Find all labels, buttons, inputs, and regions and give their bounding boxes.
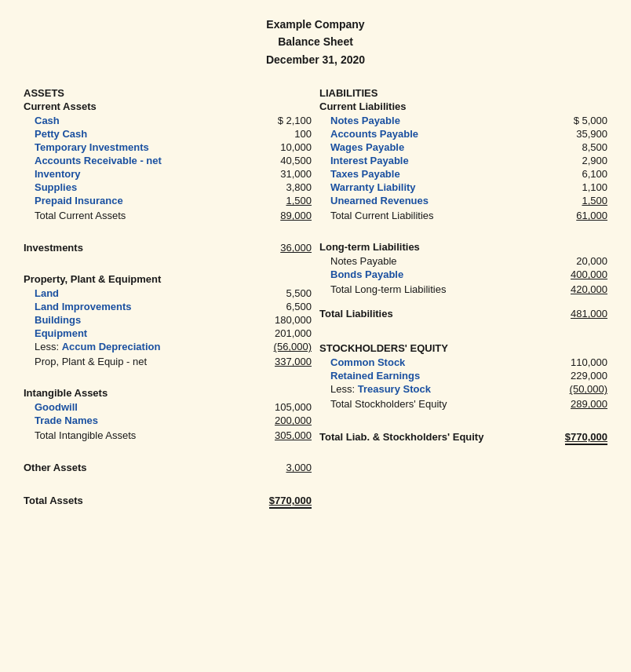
notes-payable-current-label: Notes Payable bbox=[319, 115, 553, 126]
bonds-payable-amount: 400,000 bbox=[553, 268, 607, 280]
other-assets-row: Other Assets 3,000 bbox=[24, 461, 312, 474]
notes-payable-lt-amount: 20,000 bbox=[553, 255, 607, 267]
ar-row: Accounts Receivable - net 40,500 bbox=[24, 154, 312, 167]
wages-payable-row: Wages Payable 8,500 bbox=[319, 141, 607, 154]
investments-label: Investments bbox=[24, 242, 257, 254]
unearned-revenues-label: Unearned Revenues bbox=[319, 195, 553, 206]
warranty-liability-row: Warranty Liability 1,100 bbox=[319, 181, 607, 194]
total-current-liabilities-label: Total Current Liabilities bbox=[319, 210, 553, 221]
accounts-payable-amount: 35,900 bbox=[553, 128, 607, 140]
accum-dep-amount: (56,000) bbox=[257, 341, 312, 352]
total-longterm-row: Total Long-term Liabilities 420,000 bbox=[319, 283, 607, 296]
goodwill-amount: 105,000 bbox=[257, 401, 312, 413]
total-equity-amount: 289,000 bbox=[553, 398, 607, 410]
treasury-stock-label: Less: Treasury Stock bbox=[319, 383, 553, 395]
other-assets-amount: 3,000 bbox=[257, 462, 312, 473]
trade-names-amount: 200,000 bbox=[257, 415, 312, 426]
total-liab-equity-amount: $770,000 bbox=[565, 431, 607, 445]
equipment-row: Equipment 201,000 bbox=[24, 327, 312, 340]
total-intangible-amount: 305,000 bbox=[257, 429, 312, 441]
total-longterm-amount: 420,000 bbox=[553, 283, 607, 295]
taxes-payable-label: Taxes Payable bbox=[319, 168, 553, 180]
trade-names-label: Trade Names bbox=[24, 415, 257, 426]
equipment-label: Equipment bbox=[24, 327, 257, 339]
warranty-liability-label: Warranty Liability bbox=[319, 181, 553, 193]
unearned-revenues-amount: 1,500 bbox=[553, 195, 607, 206]
main-content: ASSETS Current Assets Cash $ 2,100 Petty… bbox=[24, 87, 607, 509]
treasury-stock-row: Less: Treasury Stock (50,000) bbox=[319, 382, 607, 396]
report-date: December 31, 2020 bbox=[24, 51, 607, 68]
assets-column: ASSETS Current Assets Cash $ 2,100 Petty… bbox=[24, 87, 312, 509]
intangible-header: Intangible Assets bbox=[24, 387, 312, 399]
prepaid-insurance-row: Prepaid Insurance 1,500 bbox=[24, 194, 312, 207]
ppe-net-label: Prop, Plant & Equip - net bbox=[24, 356, 257, 367]
bonds-payable-label: Bonds Payable bbox=[319, 268, 553, 280]
total-intangible-label: Total Intangible Assets bbox=[24, 429, 257, 441]
accounts-payable-row: Accounts Payable 35,900 bbox=[319, 127, 607, 141]
warranty-liability-amount: 1,100 bbox=[553, 181, 607, 193]
goodwill-row: Goodwill 105,000 bbox=[24, 400, 312, 414]
notes-payable-lt-label: Notes Payable bbox=[319, 255, 553, 267]
prepaid-insurance-amount: 1,500 bbox=[257, 195, 312, 206]
petty-cash-amount: 100 bbox=[257, 128, 312, 140]
current-assets-header: Current Assets bbox=[24, 100, 312, 112]
retained-earnings-row: Retained Earnings 229,000 bbox=[319, 369, 607, 382]
other-assets-label: Other Assets bbox=[24, 462, 257, 473]
total-current-assets-amount: 89,000 bbox=[257, 210, 312, 221]
land-row: Land 5,500 bbox=[24, 287, 312, 300]
taxes-payable-amount: 6,100 bbox=[553, 168, 607, 180]
report-title: Balance Sheet bbox=[24, 33, 607, 50]
equipment-amount: 201,000 bbox=[257, 327, 312, 339]
land-improvements-amount: 6,500 bbox=[257, 301, 312, 312]
investments-amount: 36,000 bbox=[257, 242, 312, 254]
total-intangible-row: Total Intangible Assets 305,000 bbox=[24, 429, 312, 442]
accounts-payable-label: Accounts Payable bbox=[319, 128, 553, 140]
total-current-liabilities-row: Total Current Liabilities 61,000 bbox=[319, 209, 607, 222]
buildings-row: Buildings 180,000 bbox=[24, 313, 312, 327]
total-current-liabilities-amount: 61,000 bbox=[553, 210, 607, 221]
temp-investments-label: Temporary Investments bbox=[24, 141, 257, 153]
equity-header: STOCKHOLDERS' EQUITY bbox=[319, 342, 607, 354]
petty-cash-label: Petty Cash bbox=[24, 128, 257, 140]
treasury-stock-blue: Treasury Stock bbox=[358, 383, 431, 395]
total-liab-equity-row: Total Liab. & Stockholders' Equity $770,… bbox=[319, 429, 607, 445]
total-assets-amount: $770,000 bbox=[269, 495, 312, 509]
total-assets-label: Total Assets bbox=[24, 495, 83, 509]
cash-row: Cash $ 2,100 bbox=[24, 114, 312, 127]
supplies-row: Supplies 3,800 bbox=[24, 181, 312, 194]
total-current-assets-label: Total Current Assets bbox=[24, 210, 257, 221]
inventory-row: Inventory 31,000 bbox=[24, 167, 312, 181]
temp-investments-row: Temporary Investments 10,000 bbox=[24, 141, 312, 154]
interest-payable-row: Interest Payable 2,900 bbox=[319, 154, 607, 167]
ppe-net-amount: 337,000 bbox=[257, 356, 312, 367]
notes-payable-current-row: Notes Payable $ 5,000 bbox=[319, 114, 607, 127]
buildings-amount: 180,000 bbox=[257, 314, 312, 326]
total-assets-row: Total Assets $770,000 bbox=[24, 493, 312, 509]
total-equity-row: Total Stockholders' Equity 289,000 bbox=[319, 397, 607, 411]
temp-investments-amount: 10,000 bbox=[257, 141, 312, 153]
retained-earnings-label: Retained Earnings bbox=[319, 370, 553, 382]
accum-dep-label: Less: Accum Depreciation bbox=[24, 341, 257, 352]
longterm-header: Long-term Liabilities bbox=[319, 241, 607, 253]
goodwill-label: Goodwill bbox=[24, 401, 257, 413]
total-liabilities-label: Total Liabilities bbox=[319, 308, 553, 320]
common-stock-label: Common Stock bbox=[319, 356, 553, 368]
total-current-assets-row: Total Current Assets 89,000 bbox=[24, 209, 312, 222]
total-liab-equity-label: Total Liab. & Stockholders' Equity bbox=[319, 431, 483, 445]
page-header: Example Company Balance Sheet December 3… bbox=[24, 16, 607, 68]
cash-label: Cash bbox=[24, 115, 257, 126]
bonds-payable-row: Bonds Payable 400,000 bbox=[319, 268, 607, 281]
treasury-stock-amount: (50,000) bbox=[553, 383, 607, 395]
accum-dep-blue: Accum Depreciation bbox=[62, 341, 161, 352]
retained-earnings-amount: 229,000 bbox=[553, 370, 607, 382]
assets-header: ASSETS bbox=[24, 87, 312, 99]
current-liabilities-header: Current Liabilities bbox=[319, 100, 607, 112]
supplies-amount: 3,800 bbox=[257, 181, 312, 193]
total-liabilities-row: Total Liabilities 481,000 bbox=[319, 307, 607, 320]
ar-amount: 40,500 bbox=[257, 155, 312, 166]
cash-amount: $ 2,100 bbox=[257, 115, 312, 126]
wages-payable-amount: 8,500 bbox=[553, 141, 607, 153]
unearned-revenues-row: Unearned Revenues 1,500 bbox=[319, 194, 607, 207]
inventory-label: Inventory bbox=[24, 168, 257, 180]
land-amount: 5,500 bbox=[257, 287, 312, 299]
